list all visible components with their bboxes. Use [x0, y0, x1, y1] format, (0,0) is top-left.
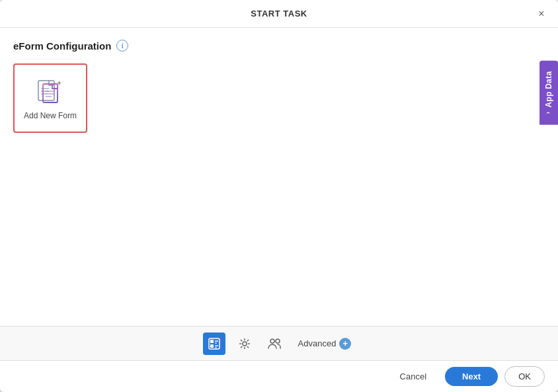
svg-rect-4 — [43, 84, 58, 102]
app-data-tab[interactable]: ‹ App Data — [539, 61, 558, 125]
advanced-plus-icon: + — [339, 338, 351, 350]
svg-point-17 — [270, 339, 274, 343]
app-data-chevron: ‹ — [545, 112, 553, 114]
svg-text:+: + — [57, 79, 61, 88]
svg-point-16 — [243, 342, 247, 346]
form-icon-button[interactable] — [203, 333, 225, 355]
title-bar: START TASK × — [0, 0, 558, 28]
close-button[interactable]: × — [534, 7, 549, 21]
modal-title: START TASK — [251, 9, 307, 19]
settings-icon-button[interactable] — [233, 333, 256, 355]
add-form-icon: + — [34, 75, 66, 107]
info-icon[interactable]: i — [116, 40, 128, 52]
ok-button[interactable]: OK — [504, 366, 545, 387]
forms-area: + Add New Form — [13, 63, 545, 326]
add-new-form-card[interactable]: + Add New Form — [13, 63, 87, 133]
section-header: eForm Configuration i — [13, 40, 545, 52]
content-area: eForm Configuration i — [0, 28, 558, 326]
svg-point-18 — [276, 339, 280, 343]
advanced-label: Advanced — [298, 338, 337, 348]
people-icon-button[interactable] — [264, 333, 286, 355]
section-title: eForm Configuration — [13, 40, 111, 52]
add-form-label: Add New Form — [24, 111, 77, 122]
cancel-button[interactable]: Cancel — [388, 367, 438, 386]
svg-rect-11 — [210, 344, 214, 348]
footer-toolbar: Advanced + — [0, 326, 558, 360]
footer-actions: Cancel Next OK — [0, 360, 558, 392]
next-button[interactable]: Next — [445, 367, 498, 386]
modal-window: START TASK × eForm Configuration i — [0, 0, 558, 392]
svg-rect-10 — [210, 340, 214, 343]
advanced-button[interactable]: Advanced + — [294, 335, 356, 352]
app-data-label: App Data — [544, 71, 553, 108]
